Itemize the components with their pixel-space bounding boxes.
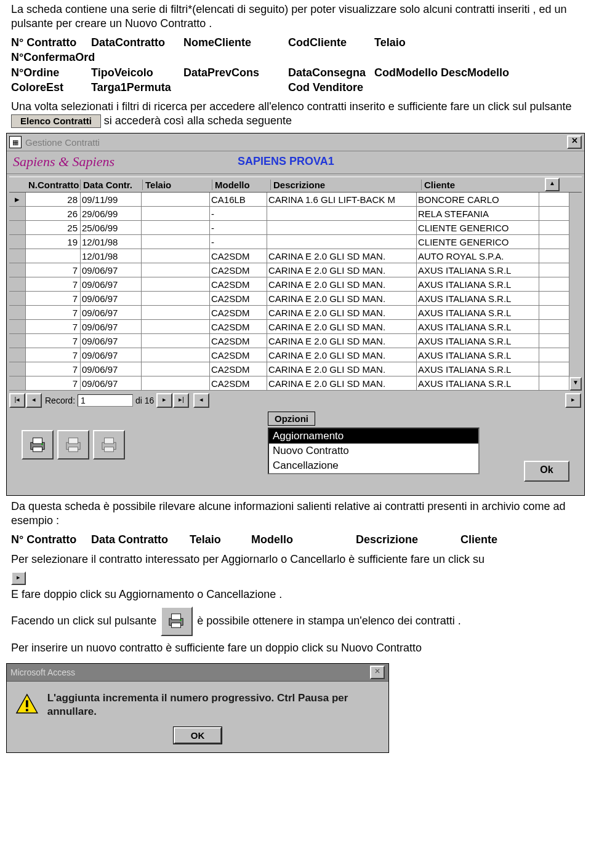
nav-last-icon[interactable]: ▸|: [173, 393, 189, 408]
row-selector[interactable]: [9, 334, 26, 348]
cell-modello: CA2SDM: [210, 320, 267, 333]
mid-text-2: si accederà così alla scheda seguente: [104, 114, 292, 127]
header-cliente[interactable]: Cliente: [422, 180, 545, 190]
print-button-3[interactable]: [93, 430, 125, 460]
row-selector-icon[interactable]: ▸: [11, 571, 26, 585]
cell-descrizione: CARINA E 2.0 GLI SD MAN.: [267, 263, 417, 277]
table-row[interactable]: 709/06/97CA2SDMCARINA E 2.0 GLI SD MAN.A…: [9, 334, 582, 348]
cell-ncontratto: [26, 249, 81, 263]
cell-ncontratto: 7: [26, 348, 81, 362]
options-listbox[interactable]: Aggiornamento Nuovo Contratto Cancellazi…: [268, 428, 480, 474]
header-telaio[interactable]: Telaio: [143, 180, 212, 190]
scroll-down-icon[interactable]: ▼: [569, 377, 582, 391]
row-selector[interactable]: [9, 306, 26, 319]
row-selector[interactable]: [9, 277, 26, 291]
cell-ncontratto: 7: [26, 320, 81, 333]
close-icon[interactable]: ✕: [567, 135, 582, 149]
table-row[interactable]: ▸2809/11/99CA16LBCARINA 1.6 GLI LIFT-BAC…: [9, 193, 582, 207]
msgbox-ok-button[interactable]: OK: [174, 727, 222, 744]
row-selector[interactable]: [9, 221, 26, 234]
header-datacontr[interactable]: Data Contr.: [81, 180, 143, 190]
print-button-2[interactable]: [57, 430, 89, 460]
cell-descrizione: CARINA E 2.0 GLI SD MAN.: [267, 348, 417, 362]
row-selector[interactable]: [9, 362, 26, 376]
hscroll-right-icon[interactable]: ▸: [565, 393, 581, 408]
cell-telaio: [142, 376, 210, 390]
cell-cliente: AXUS ITALIANA S.R.L: [417, 306, 539, 319]
filters-list: N° Contratto DataContratto NomeCliente C…: [11, 35, 580, 95]
table-row[interactable]: 2525/06/99-CLIENTE GENERICO: [9, 221, 582, 235]
cell-modello: CA2SDM: [210, 362, 267, 376]
nav-prev-icon[interactable]: ◂: [26, 393, 42, 408]
cell-datacontr: 09/06/97: [81, 376, 142, 390]
col-modello: Modello: [251, 533, 356, 546]
cell-modello: CA2SDM: [210, 263, 267, 277]
header-descrizione[interactable]: Descrizione: [271, 180, 422, 190]
nav-record-input[interactable]: 1: [78, 394, 133, 407]
nav-first-icon[interactable]: |◂: [9, 393, 25, 408]
cell-datacontr: 12/01/98: [81, 235, 142, 249]
header-modello[interactable]: Modello: [212, 180, 271, 190]
para5-b: è possibile ottenere in stampa un'elenco…: [197, 614, 461, 626]
svg-rect-5: [69, 438, 78, 444]
filter-nordine: N°Ordine: [11, 65, 91, 80]
vertical-scrollbar[interactable]: ▼: [569, 193, 582, 391]
hscroll-left-icon[interactable]: ◂: [193, 393, 209, 408]
filter-codmodello: CodModello DescModello: [374, 65, 509, 80]
table-row[interactable]: 709/06/97CA2SDMCARINA E 2.0 GLI SD MAN.A…: [9, 277, 582, 292]
intro-text: La scheda contiene una serie di filtri*(…: [11, 2, 580, 30]
horizontal-scrollbar[interactable]: ◂ ▸: [193, 393, 582, 408]
filter-tipoveicolo: TipoVeicolo: [91, 65, 183, 80]
filter-coloreest: ColoreEst: [11, 80, 91, 95]
msgbox-message: L'aggiunta incrementa il numero progress…: [47, 691, 380, 719]
header-ncontratto[interactable]: N.Contratto: [26, 180, 81, 190]
msgbox-title: Microsoft Access: [10, 667, 75, 677]
svg-rect-8: [105, 438, 114, 444]
table-row[interactable]: 709/06/97CA2SDMCARINA E 2.0 GLI SD MAN.A…: [9, 320, 582, 334]
mid-text-1: Una volta selezionati i filtri di ricerc…: [11, 100, 572, 113]
row-selector[interactable]: [9, 376, 26, 390]
ok-button[interactable]: Ok: [524, 461, 569, 482]
cell-descrizione: CARINA E 2.0 GLI SD MAN.: [267, 292, 417, 305]
option-nuovo-contratto[interactable]: Nuovo Contratto: [269, 444, 478, 458]
table-row[interactable]: 709/06/97CA2SDMCARINA E 2.0 GLI SD MAN.A…: [9, 292, 582, 306]
option-aggiornamento[interactable]: Aggiornamento: [269, 429, 478, 444]
row-selector[interactable]: [9, 207, 26, 220]
row-selector[interactable]: [9, 235, 26, 249]
table-row[interactable]: 709/06/97CA2SDMCARINA E 2.0 GLI SD MAN.A…: [9, 348, 582, 362]
gestione-contratti-window: ▦ Gestione Contratti ✕ Sapiens & Sapiens…: [6, 133, 585, 496]
print-button-inline[interactable]: [161, 607, 193, 636]
row-selector[interactable]: [9, 348, 26, 362]
row-selector[interactable]: [9, 263, 26, 277]
cell-telaio: [142, 263, 210, 277]
table-row[interactable]: 12/01/98CA2SDMCARINA E 2.0 GLI SD MAN.AU…: [9, 249, 582, 263]
cell-ncontratto: 7: [26, 263, 81, 277]
table-row[interactable]: 709/06/97CA2SDMCARINA E 2.0 GLI SD MAN.A…: [9, 263, 582, 277]
cell-datacontr: 09/06/97: [81, 320, 142, 333]
elenco-contratti-button[interactable]: Elenco Contratti: [11, 114, 101, 129]
cell-ncontratto: 28: [26, 193, 81, 206]
table-row[interactable]: 709/06/97CA2SDMCARINA E 2.0 GLI SD MAN.A…: [9, 362, 582, 376]
cell-telaio: [142, 334, 210, 348]
cell-telaio: [142, 362, 210, 376]
table-row[interactable]: 709/06/97CA2SDMCARINA E 2.0 GLI SD MAN.A…: [9, 376, 582, 391]
nav-next-icon[interactable]: ▸: [156, 393, 172, 408]
scroll-up-icon[interactable]: ▲: [545, 178, 560, 191]
cell-descrizione: CARINA E 2.0 GLI SD MAN.: [267, 277, 417, 291]
svg-point-13: [180, 619, 182, 621]
print-button-1[interactable]: [22, 430, 54, 460]
nav-label: Record:: [45, 396, 75, 405]
close-icon[interactable]: ✕: [370, 666, 385, 679]
table-row[interactable]: 709/06/97CA2SDMCARINA E 2.0 GLI SD MAN.A…: [9, 306, 582, 320]
row-selector[interactable]: [9, 292, 26, 305]
window-title: Gestione Contratti: [25, 137, 567, 148]
row-selector[interactable]: [9, 320, 26, 333]
row-selector[interactable]: ▸: [9, 193, 26, 206]
cell-telaio: [142, 207, 210, 220]
option-cancellazione[interactable]: Cancellazione: [269, 458, 478, 473]
filter-datacontratto: DataContratto: [91, 35, 183, 50]
table-row[interactable]: 1912/01/98-CLIENTE GENERICO: [9, 235, 582, 249]
filter-nomecliente: NomeCliente: [183, 35, 288, 50]
table-row[interactable]: 2629/06/99-RELA STEFANIA: [9, 207, 582, 221]
row-selector[interactable]: [9, 249, 26, 263]
